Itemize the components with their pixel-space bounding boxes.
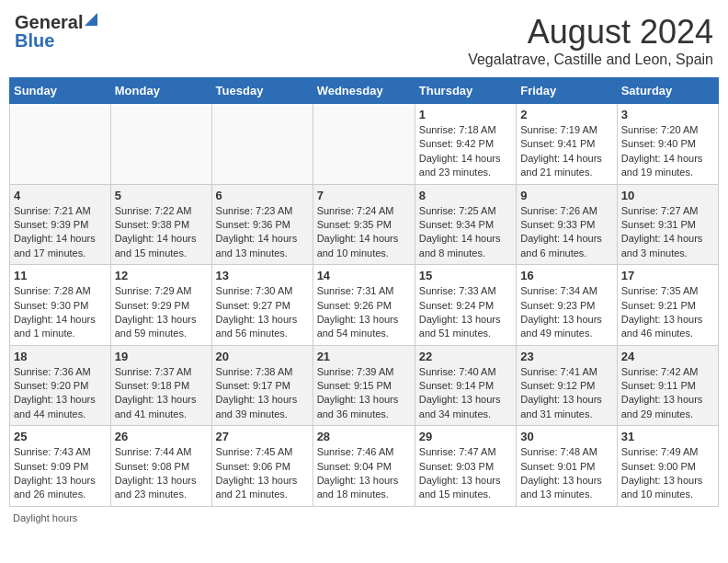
day-info: Sunrise: 7:43 AMSunset: 9:09 PMDaylight:… (14, 445, 107, 502)
day-info: Sunrise: 7:22 AMSunset: 9:38 PMDaylight:… (115, 204, 208, 261)
day-info: Sunrise: 7:26 AMSunset: 9:33 PMDaylight:… (520, 204, 613, 261)
table-row: 29Sunrise: 7:47 AMSunset: 9:03 PMDayligh… (415, 426, 516, 507)
day-number: 3 (621, 108, 714, 121)
table-row: 7Sunrise: 7:24 AMSunset: 9:35 PMDaylight… (313, 184, 415, 265)
table-row: 22Sunrise: 7:40 AMSunset: 9:14 PMDayligh… (415, 345, 516, 426)
calendar-header-row: Sunday Monday Tuesday Wednesday Thursday… (10, 78, 719, 104)
day-info: Sunrise: 7:19 AMSunset: 9:41 PMDaylight:… (520, 123, 613, 180)
logo-general-text: General (15, 13, 83, 31)
day-number: 28 (317, 430, 411, 443)
logo-triangle-icon (85, 13, 97, 26)
day-number: 5 (115, 189, 208, 202)
col-saturday: Saturday (617, 78, 718, 104)
day-info: Sunrise: 7:35 AMSunset: 9:21 PMDaylight:… (621, 284, 714, 341)
table-row: 15Sunrise: 7:33 AMSunset: 9:24 PMDayligh… (415, 265, 516, 346)
day-number: 20 (216, 350, 309, 363)
page-subtitle: Vegalatrave, Castille and Leon, Spain (468, 52, 713, 68)
day-number: 1 (419, 108, 512, 121)
svg-marker-0 (85, 13, 97, 26)
calendar-week-row: 18Sunrise: 7:36 AMSunset: 9:20 PMDayligh… (10, 345, 719, 426)
day-number: 24 (621, 350, 714, 363)
day-number: 16 (520, 269, 613, 282)
table-row: 25Sunrise: 7:43 AMSunset: 9:09 PMDayligh… (10, 426, 111, 507)
table-row: 24Sunrise: 7:42 AMSunset: 9:11 PMDayligh… (617, 345, 718, 426)
page-title: August 2024 (468, 13, 713, 52)
table-row: 9Sunrise: 7:26 AMSunset: 9:33 PMDaylight… (517, 184, 618, 265)
day-info: Sunrise: 7:23 AMSunset: 9:36 PMDaylight:… (216, 204, 309, 261)
col-friday: Friday (517, 78, 618, 104)
day-info: Sunrise: 7:29 AMSunset: 9:29 PMDaylight:… (115, 284, 208, 341)
page-header: General Blue August 2024 Vegalatrave, Ca… (9, 9, 719, 72)
day-info: Sunrise: 7:36 AMSunset: 9:20 PMDaylight:… (14, 365, 107, 422)
table-row: 30Sunrise: 7:48 AMSunset: 9:01 PMDayligh… (517, 426, 618, 507)
day-number: 26 (115, 430, 208, 443)
day-info: Sunrise: 7:33 AMSunset: 9:24 PMDaylight:… (419, 284, 512, 341)
calendar-table: Sunday Monday Tuesday Wednesday Thursday… (9, 77, 719, 507)
day-info: Sunrise: 7:48 AMSunset: 9:01 PMDaylight:… (520, 445, 613, 502)
table-row: 3Sunrise: 7:20 AMSunset: 9:40 PMDaylight… (617, 104, 718, 185)
day-number: 21 (317, 350, 411, 363)
day-number: 15 (419, 269, 512, 282)
day-info: Sunrise: 7:37 AMSunset: 9:18 PMDaylight:… (115, 365, 208, 422)
day-info: Sunrise: 7:21 AMSunset: 9:39 PMDaylight:… (14, 204, 107, 261)
calendar-week-row: 11Sunrise: 7:28 AMSunset: 9:30 PMDayligh… (10, 265, 719, 346)
table-row: 28Sunrise: 7:46 AMSunset: 9:04 PMDayligh… (313, 426, 415, 507)
table-row: 5Sunrise: 7:22 AMSunset: 9:38 PMDaylight… (110, 184, 211, 265)
day-number: 18 (14, 350, 107, 363)
day-info: Sunrise: 7:38 AMSunset: 9:17 PMDaylight:… (216, 365, 309, 422)
table-row: 23Sunrise: 7:41 AMSunset: 9:12 PMDayligh… (517, 345, 618, 426)
day-number: 4 (14, 189, 107, 202)
footer-note: Daylight hours (9, 512, 719, 523)
day-info: Sunrise: 7:28 AMSunset: 9:30 PMDaylight:… (14, 284, 107, 341)
day-number: 12 (115, 269, 208, 282)
col-thursday: Thursday (415, 78, 516, 104)
table-row: 17Sunrise: 7:35 AMSunset: 9:21 PMDayligh… (617, 265, 718, 346)
logo-blue-text: Blue (15, 31, 54, 50)
day-number: 30 (520, 430, 613, 443)
day-number: 6 (216, 189, 309, 202)
day-number: 27 (216, 430, 309, 443)
calendar-week-row: 4Sunrise: 7:21 AMSunset: 9:39 PMDaylight… (10, 184, 719, 265)
day-info: Sunrise: 7:44 AMSunset: 9:08 PMDaylight:… (115, 445, 208, 502)
logo: General Blue (15, 13, 97, 50)
table-row: 27Sunrise: 7:45 AMSunset: 9:06 PMDayligh… (211, 426, 313, 507)
title-area: August 2024 Vegalatrave, Castille and Le… (468, 13, 713, 68)
table-row: 11Sunrise: 7:28 AMSunset: 9:30 PMDayligh… (10, 265, 111, 346)
table-row: 6Sunrise: 7:23 AMSunset: 9:36 PMDaylight… (211, 184, 313, 265)
table-row: 31Sunrise: 7:49 AMSunset: 9:00 PMDayligh… (617, 426, 718, 507)
day-number: 10 (621, 189, 714, 202)
day-info: Sunrise: 7:24 AMSunset: 9:35 PMDaylight:… (317, 204, 411, 261)
day-number: 29 (419, 430, 512, 443)
day-number: 23 (520, 350, 613, 363)
day-info: Sunrise: 7:45 AMSunset: 9:06 PMDaylight:… (216, 445, 309, 502)
day-info: Sunrise: 7:47 AMSunset: 9:03 PMDaylight:… (419, 445, 512, 502)
day-number: 25 (14, 430, 107, 443)
table-row: 16Sunrise: 7:34 AMSunset: 9:23 PMDayligh… (517, 265, 618, 346)
day-number: 9 (520, 189, 613, 202)
daylight-label: Daylight hours (13, 512, 77, 523)
table-row (110, 104, 211, 185)
day-number: 13 (216, 269, 309, 282)
day-info: Sunrise: 7:18 AMSunset: 9:42 PMDaylight:… (419, 123, 512, 180)
day-info: Sunrise: 7:25 AMSunset: 9:34 PMDaylight:… (419, 204, 512, 261)
day-number: 14 (317, 269, 411, 282)
table-row: 12Sunrise: 7:29 AMSunset: 9:29 PMDayligh… (110, 265, 211, 346)
day-info: Sunrise: 7:41 AMSunset: 9:12 PMDaylight:… (520, 365, 613, 422)
day-info: Sunrise: 7:42 AMSunset: 9:11 PMDaylight:… (621, 365, 714, 422)
table-row: 1Sunrise: 7:18 AMSunset: 9:42 PMDaylight… (415, 104, 516, 185)
table-row: 13Sunrise: 7:30 AMSunset: 9:27 PMDayligh… (211, 265, 313, 346)
day-info: Sunrise: 7:20 AMSunset: 9:40 PMDaylight:… (621, 123, 714, 180)
day-info: Sunrise: 7:46 AMSunset: 9:04 PMDaylight:… (317, 445, 411, 502)
table-row: 21Sunrise: 7:39 AMSunset: 9:15 PMDayligh… (313, 345, 415, 426)
table-row (313, 104, 415, 185)
day-number: 7 (317, 189, 411, 202)
day-number: 8 (419, 189, 512, 202)
day-info: Sunrise: 7:40 AMSunset: 9:14 PMDaylight:… (419, 365, 512, 422)
day-number: 31 (621, 430, 714, 443)
table-row: 8Sunrise: 7:25 AMSunset: 9:34 PMDaylight… (415, 184, 516, 265)
col-tuesday: Tuesday (211, 78, 313, 104)
day-number: 11 (14, 269, 107, 282)
table-row: 20Sunrise: 7:38 AMSunset: 9:17 PMDayligh… (211, 345, 313, 426)
day-info: Sunrise: 7:34 AMSunset: 9:23 PMDaylight:… (520, 284, 613, 341)
table-row: 2Sunrise: 7:19 AMSunset: 9:41 PMDaylight… (517, 104, 618, 185)
